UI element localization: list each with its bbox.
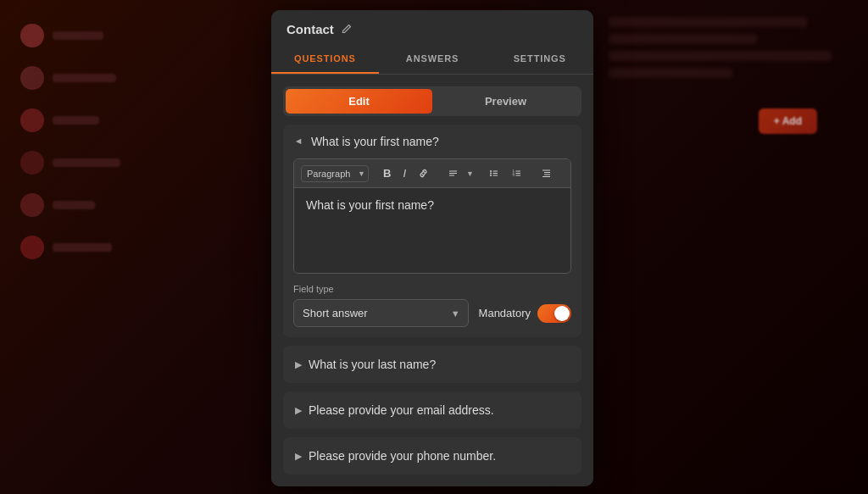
svg-point-7 (490, 175, 492, 176)
edit-preview-toggle: Edit Preview (283, 86, 581, 116)
preview-button[interactable]: Preview (432, 89, 579, 114)
numbered-list-button[interactable]: 1. 2. 3. (507, 165, 526, 181)
bg-item-3 (12, 102, 259, 139)
field-type-row: Field type Short answer Long answer Mult… (283, 284, 581, 337)
rich-text-editor: Paragraph Heading 1 Heading 2 ▼ B I (293, 158, 571, 274)
modal-body: Edit Preview ▼ What is your first name? … (271, 75, 593, 486)
mandatory-row: Mandatory (479, 304, 571, 323)
toggle-knob (554, 306, 570, 321)
contact-modal: Contact QUESTIONS ANSWERS SETTINGS Edit … (271, 10, 593, 486)
rte-toolbar: Paragraph Heading 1 Heading 2 ▼ B I (294, 159, 570, 188)
bullet-list-button[interactable] (484, 165, 504, 181)
question-card-3[interactable]: ▶ Please provide your email address. (283, 391, 581, 429)
rte-content-area[interactable]: What is your first name? (294, 188, 570, 273)
align-button[interactable] (443, 165, 463, 181)
sidebar-background (0, 0, 271, 494)
question-card-2[interactable]: ▶ What is your last name? (283, 346, 581, 383)
modal-header: Contact (271, 10, 593, 45)
question-title-3: Please provide your email address. (309, 403, 494, 417)
modal-title: Contact (287, 22, 334, 36)
svg-text:3.: 3. (512, 173, 515, 177)
chevron-down-icon: ▼ (294, 137, 304, 147)
indent-button[interactable] (537, 165, 556, 181)
tab-questions[interactable]: QUESTIONS (271, 45, 379, 74)
link-button[interactable] (414, 165, 433, 181)
svg-point-5 (490, 173, 492, 175)
bg-item-1 (12, 17, 259, 54)
tab-answers[interactable]: ANSWERS (379, 45, 487, 74)
chevron-right-icon-3: ▶ (295, 405, 302, 416)
mandatory-label: Mandatory (479, 307, 531, 319)
bg-item-4 (12, 144, 259, 181)
more-options-button[interactable]: ⋮ (566, 164, 571, 182)
field-type-select[interactable]: Short answer Long answer Multiple choice… (293, 299, 469, 327)
paragraph-select-wrapper[interactable]: Paragraph Heading 1 Heading 2 ▼ (301, 165, 369, 182)
question-title-4: Please provide your phone number. (309, 449, 496, 463)
paragraph-select[interactable]: Paragraph Heading 1 Heading 2 (301, 165, 369, 182)
question-title-1: What is your first name? (311, 135, 439, 148)
question-card-4[interactable]: ▶ Please provide your phone number. (283, 437, 581, 475)
bold-button[interactable]: B (379, 164, 395, 182)
modal-tabs: QUESTIONS ANSWERS SETTINGS (271, 45, 593, 75)
svg-point-3 (490, 170, 492, 172)
italic-button[interactable]: I (398, 164, 410, 182)
chevron-right-icon-2: ▶ (295, 359, 302, 370)
right-background (597, 0, 868, 494)
edit-title-icon[interactable] (341, 23, 354, 36)
bg-item-2 (12, 59, 259, 97)
field-type-controls: Short answer Long answer Multiple choice… (293, 299, 571, 327)
align-arrow-icon: ▼ (466, 169, 474, 178)
chevron-right-icon-4: ▶ (295, 451, 302, 462)
question-title-2: What is your last name? (309, 358, 436, 371)
rte-text: What is your first name? (306, 198, 434, 212)
mandatory-toggle[interactable] (537, 304, 571, 323)
edit-button[interactable]: Edit (286, 89, 432, 114)
bg-item-5 (12, 186, 259, 224)
question-header-1[interactable]: ▼ What is your first name? (283, 125, 581, 158)
bg-item-6 (12, 229, 259, 266)
tab-settings[interactable]: SETTINGS (486, 45, 593, 74)
field-type-select-wrapper[interactable]: Short answer Long answer Multiple choice… (293, 299, 469, 327)
bg-action-button: + Add (759, 108, 817, 134)
field-type-label: Field type (293, 284, 571, 294)
question-card-1: ▼ What is your first name? Paragraph Hea… (283, 125, 581, 337)
